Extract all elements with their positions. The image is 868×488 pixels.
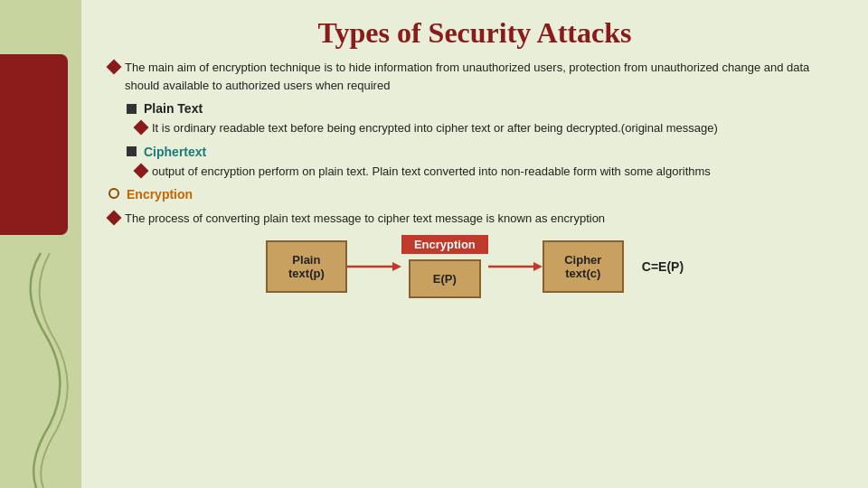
diamond-icon (107, 60, 122, 75)
svg-marker-3 (533, 262, 542, 271)
svg-marker-1 (392, 262, 401, 271)
plain-var: text(p) (286, 267, 327, 280)
formula-text: C=E(P) (642, 259, 684, 274)
ep-label: E(P) (429, 272, 461, 286)
page-title: Types of Security Attacks (108, 16, 841, 50)
diamond-icon-2 (134, 120, 149, 136)
plain-text-label: Plain Text (144, 101, 203, 116)
arrow-1 (347, 258, 401, 276)
diamond-icon-4 (107, 211, 122, 226)
encryption-box-label: Encryption (401, 235, 488, 254)
cipher-label: Cipher (562, 253, 604, 267)
encryption-body-row: The process of converting plain text mes… (108, 210, 841, 228)
plain-text-box: Plain text(p) (266, 240, 347, 293)
square-bullet-1 (127, 104, 137, 114)
encryption-center-block: Encryption E(P) (401, 235, 488, 298)
diamond-icon-3 (134, 163, 149, 178)
ep-box: E(P) (409, 259, 481, 298)
arrow-svg-1 (347, 258, 401, 276)
encryption-body-text: The process of converting plain text mes… (125, 210, 841, 228)
arrow-2 (488, 258, 542, 276)
plain-label: Plain (286, 253, 327, 267)
circle-bullet (108, 188, 119, 199)
ciphertext-body: output of encryption perform on plain te… (136, 163, 841, 181)
intro-text: The main aim of encryption technique is … (125, 59, 841, 94)
arrow-svg-2 (488, 258, 542, 276)
ciphertext-label: Ciphertext (144, 145, 206, 159)
square-bullet-2 (127, 146, 137, 156)
encryption-diagram: Plain text(p) Encryption E(P) Ci (108, 235, 841, 298)
main-content: Types of Security Attacks The main aim o… (81, 0, 868, 488)
decorative-lines (0, 0, 81, 488)
plain-text-content: It is ordinary readable text before bein… (152, 119, 841, 137)
plain-text-header: Plain Text (127, 101, 841, 116)
intro-bullet: The main aim of encryption technique is … (108, 59, 841, 94)
encryption-label: Encryption (127, 185, 193, 204)
cipher-var: text(c) (562, 267, 604, 280)
ciphertext-content: output of encryption perform on plain te… (152, 163, 841, 181)
encryption-header-row: Encryption (108, 185, 841, 204)
plain-text-body: It is ordinary readable text before bein… (136, 119, 841, 137)
cipher-text-box: Cipher text(c) (542, 240, 624, 293)
left-panel (0, 0, 81, 488)
ciphertext-header: Ciphertext (127, 145, 841, 159)
